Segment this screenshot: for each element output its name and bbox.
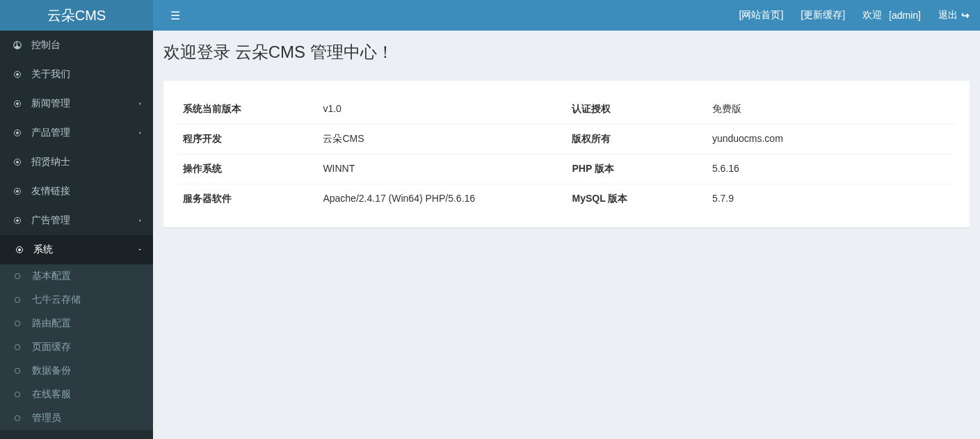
sidebar-link[interactable]: 关于我们 <box>0 60 153 89</box>
circle-dot-icon <box>13 246 26 254</box>
sidebar-link[interactable]: 控制台 <box>0 31 153 60</box>
sidebar-item: 产品管理 <box>0 118 153 147</box>
circle-dot-icon <box>10 216 24 225</box>
content-header: 欢迎登录 云朵CMS 管理中心！ <box>153 31 980 70</box>
logout-link[interactable]: 退出 <box>938 9 970 22</box>
circle-o-icon <box>14 320 26 327</box>
content-wrapper: 欢迎登录 云朵CMS 管理中心！ 系统当前版本v1.0认证授权免费版程序开发云朵… <box>153 0 980 439</box>
svg-point-7 <box>17 161 19 163</box>
info-key: 操作系统 <box>177 154 317 184</box>
info-value: 5.6.16 <box>707 154 956 184</box>
circle-o-icon <box>14 273 26 280</box>
chevron-left-icon <box>137 217 143 225</box>
info-box: 系统当前版本v1.0认证授权免费版程序开发云朵CMS版权所有yunduocms.… <box>163 81 970 228</box>
submenu-item-label: 路由配置 <box>32 317 71 330</box>
content-section: 系统当前版本v1.0认证授权免费版程序开发云朵CMS版权所有yunduocms.… <box>153 70 980 238</box>
chevron-down-icon <box>137 246 143 254</box>
table-row: 操作系统WINNTPHP 版本5.6.16 <box>177 154 956 184</box>
info-value: 云朵CMS <box>317 125 566 154</box>
sidebar-menu: 控制台关于我们新闻管理产品管理招贤纳士友情链接广告管理系统基本配置七牛云存储路由… <box>0 31 153 430</box>
circle-dot-icon <box>10 99 24 108</box>
info-value: Apache/2.4.17 (Win64) PHP/5.6.16 <box>317 184 566 214</box>
submenu-item-label: 数据备份 <box>32 365 71 377</box>
svg-point-19 <box>15 392 20 397</box>
submenu-link[interactable]: 在线客服 <box>0 383 153 406</box>
info-value: 免费版 <box>707 95 956 125</box>
dashboard-icon <box>10 40 24 50</box>
info-key: MySQL 版本 <box>566 184 706 214</box>
page-title: 欢迎登录 云朵CMS 管理中心！ <box>163 41 970 63</box>
info-key: 程序开发 <box>177 125 317 154</box>
submenu-item: 路由配置 <box>0 312 153 335</box>
info-key: 服务器软件 <box>177 184 317 214</box>
submenu-link[interactable]: 管理员 <box>0 406 153 430</box>
main-header: 云朵CMS [网站首页] [更新缓存] 欢迎 [admin] 退出 <box>0 0 980 31</box>
table-row: 程序开发云朵CMS版权所有yunduocms.com <box>177 125 956 154</box>
sidebar-link[interactable]: 友情链接 <box>0 177 153 206</box>
submenu-item: 页面缓存 <box>0 335 153 359</box>
sidebar-item-label: 关于我们 <box>31 68 143 81</box>
svg-point-18 <box>15 368 20 374</box>
username-link[interactable]: [admin] <box>889 10 921 21</box>
sidebar-item-label: 产品管理 <box>31 127 137 139</box>
svg-point-13 <box>19 249 21 251</box>
navbar-right: [网站首页] [更新缓存] 欢迎 [admin] 退出 <box>739 9 970 22</box>
chevron-left-icon <box>137 129 143 137</box>
submenu-link[interactable]: 基本配置 <box>0 264 153 288</box>
info-value: 5.7.9 <box>707 184 956 214</box>
sidebar-toggle-icon[interactable] <box>163 6 187 26</box>
submenu-item: 基本配置 <box>0 264 153 288</box>
chevron-left-icon <box>137 100 143 108</box>
circle-dot-icon <box>10 70 24 79</box>
brand-logo[interactable]: 云朵CMS <box>0 0 153 31</box>
sidebar-item-label: 新闻管理 <box>31 97 137 110</box>
circle-o-icon <box>14 391 26 398</box>
svg-point-17 <box>15 344 20 350</box>
submenu-link[interactable]: 数据备份 <box>0 359 153 383</box>
top-navbar: [网站首页] [更新缓存] 欢迎 [admin] 退出 <box>153 0 980 31</box>
sidebar-item: 招贤纳士 <box>0 147 153 177</box>
circle-dot-icon <box>10 158 24 166</box>
submenu-link[interactable]: 七牛云存储 <box>0 288 153 312</box>
table-row: 服务器软件Apache/2.4.17 (Win64) PHP/5.6.16MyS… <box>177 184 956 214</box>
submenu-item: 管理员 <box>0 406 153 430</box>
circle-dot-icon <box>10 187 24 195</box>
svg-point-15 <box>15 297 20 303</box>
greeting-text: 欢迎 <box>862 9 882 22</box>
sidebar-item: 关于我们 <box>0 60 153 89</box>
sidebar-link[interactable]: 新闻管理 <box>0 89 153 118</box>
sidebar-item: 系统基本配置七牛云存储路由配置页面缓存数据备份在线客服管理员 <box>0 235 153 430</box>
submenu-item: 七牛云存储 <box>0 288 153 312</box>
sidebar-link[interactable]: 广告管理 <box>0 206 153 235</box>
submenu-item: 数据备份 <box>0 359 153 383</box>
submenu-item-label: 七牛云存储 <box>32 294 81 306</box>
submenu: 基本配置七牛云存储路由配置页面缓存数据备份在线客服管理员 <box>0 264 153 430</box>
sidebar-item: 新闻管理 <box>0 89 153 118</box>
submenu-item-label: 管理员 <box>32 412 61 424</box>
nav-link-home[interactable]: [网站首页] <box>739 9 784 22</box>
svg-point-5 <box>17 132 19 134</box>
sidebar-item-label: 控制台 <box>31 39 143 51</box>
sidebar-item-label: 友情链接 <box>31 185 143 198</box>
sidebar-item: 广告管理 <box>0 206 153 235</box>
svg-point-14 <box>15 273 20 279</box>
submenu-link[interactable]: 页面缓存 <box>0 335 153 359</box>
circle-o-icon <box>14 344 26 351</box>
svg-point-16 <box>15 321 20 326</box>
svg-point-3 <box>17 103 19 105</box>
info-value: v1.0 <box>317 95 566 125</box>
sidebar-link[interactable]: 系统 <box>0 235 153 264</box>
svg-point-1 <box>17 74 19 76</box>
submenu-item-label: 在线客服 <box>32 388 71 401</box>
signout-icon <box>961 10 970 21</box>
info-value: yunduocms.com <box>707 125 956 154</box>
sidebar-item-label: 系统 <box>33 244 137 256</box>
nav-link-clear-cache[interactable]: [更新缓存] <box>801 9 845 22</box>
info-key: 系统当前版本 <box>177 95 317 125</box>
svg-point-11 <box>17 220 19 222</box>
submenu-link[interactable]: 路由配置 <box>0 312 153 335</box>
sidebar-link[interactable]: 产品管理 <box>0 118 153 147</box>
sidebar-link[interactable]: 招贤纳士 <box>0 147 153 177</box>
info-key: 认证授权 <box>566 95 706 125</box>
info-key: PHP 版本 <box>566 154 706 184</box>
